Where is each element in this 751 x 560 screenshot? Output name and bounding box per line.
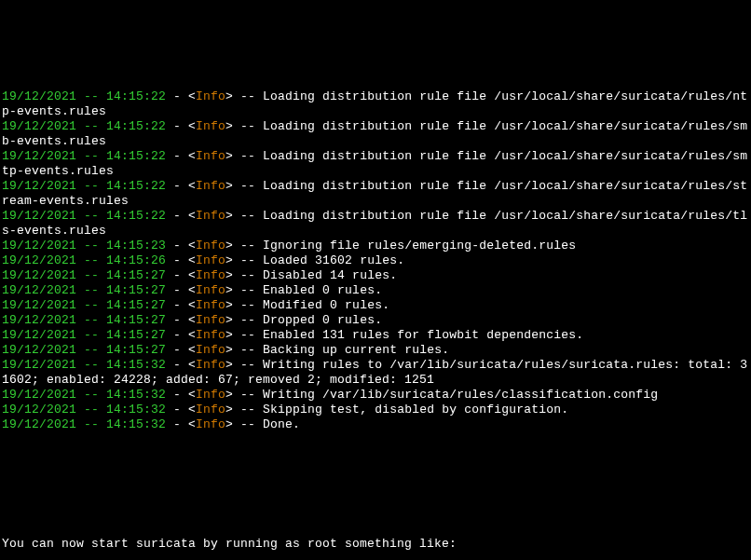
separator: -- <box>233 298 263 312</box>
log-level: Info <box>196 268 225 282</box>
log-level: Info <box>196 388 225 402</box>
separator: -- <box>233 417 263 431</box>
log-timestamp: 19/12/2021 -- 14:15:27 <box>2 328 166 342</box>
separator: -- <box>233 253 263 267</box>
separator: - <box>166 253 188 267</box>
angle-bracket: > <box>225 179 233 193</box>
log-timestamp: 19/12/2021 -- 14:15:32 <box>2 417 166 431</box>
angle-bracket: > <box>225 89 233 103</box>
log-message: Modified 0 rules. <box>263 298 389 312</box>
log-timestamp: 19/12/2021 -- 14:15:22 <box>2 209 166 223</box>
log-level: Info <box>196 239 225 253</box>
log-timestamp: 19/12/2021 -- 14:15:26 <box>2 253 166 267</box>
angle-bracket: > <box>225 388 233 402</box>
log-level: Info <box>196 253 225 267</box>
log-line: 19/12/2021 -- 14:15:32 - <Info> -- Writi… <box>2 358 749 388</box>
angle-bracket: < <box>188 89 196 103</box>
log-line: 19/12/2021 -- 14:15:32 - <Info> -- Skipp… <box>2 403 749 417</box>
log-level: Info <box>196 328 225 342</box>
log-timestamp: 19/12/2021 -- 14:15:27 <box>2 283 166 297</box>
separator: - <box>166 328 188 342</box>
separator: - <box>166 239 188 253</box>
log-timestamp: 19/12/2021 -- 14:15:27 <box>2 298 166 312</box>
log-line: 19/12/2021 -- 14:15:22 - <Info> -- Loadi… <box>2 149 749 179</box>
separator: -- <box>233 283 263 297</box>
angle-bracket: > <box>225 149 233 163</box>
log-line: 19/12/2021 -- 14:15:32 - <Info> -- Writi… <box>2 388 749 403</box>
log-level: Info <box>196 149 225 163</box>
angle-bracket: > <box>225 328 233 342</box>
angle-bracket: < <box>188 328 196 342</box>
angle-bracket: > <box>225 268 233 282</box>
terminal-output[interactable]: 19/12/2021 -- 14:15:22 - <Info> -- Loadi… <box>0 60 751 560</box>
log-level: Info <box>196 89 225 103</box>
angle-bracket: > <box>225 358 233 372</box>
angle-bracket: > <box>225 313 233 327</box>
log-level: Info <box>196 298 225 312</box>
separator: - <box>166 179 188 193</box>
angle-bracket: < <box>188 358 196 372</box>
angle-bracket: > <box>225 253 233 267</box>
log-level: Info <box>196 119 225 133</box>
separator: - <box>166 89 188 103</box>
separator: -- <box>233 119 263 133</box>
separator: - <box>166 403 188 417</box>
angle-bracket: < <box>188 298 196 312</box>
angle-bracket: < <box>188 179 196 193</box>
log-level: Info <box>196 179 225 193</box>
log-timestamp: 19/12/2021 -- 14:15:27 <box>2 268 166 282</box>
log-timestamp: 19/12/2021 -- 14:15:22 <box>2 119 166 133</box>
log-line: 19/12/2021 -- 14:15:22 - <Info> -- Loadi… <box>2 209 749 239</box>
log-line: 19/12/2021 -- 14:15:27 - <Info> -- Disab… <box>2 268 749 283</box>
angle-bracket: < <box>188 388 196 402</box>
separator: -- <box>233 179 263 193</box>
separator: -- <box>233 89 263 103</box>
log-line: 19/12/2021 -- 14:15:32 - <Info> -- Done. <box>2 417 749 432</box>
angle-bracket: > <box>225 298 233 312</box>
log-level: Info <box>196 313 225 327</box>
angle-bracket: > <box>225 283 233 297</box>
separator: -- <box>233 239 263 253</box>
log-timestamp: 19/12/2021 -- 14:15:22 <box>2 179 166 193</box>
separator: - <box>166 388 188 402</box>
separator: -- <box>233 358 263 372</box>
log-timestamp: 19/12/2021 -- 14:15:22 <box>2 149 166 163</box>
log-line: 19/12/2021 -- 14:15:22 - <Info> -- Loadi… <box>2 89 749 119</box>
angle-bracket: > <box>225 417 233 431</box>
angle-bracket: > <box>225 119 233 133</box>
log-line: 19/12/2021 -- 14:15:27 - <Info> -- Enabl… <box>2 283 749 298</box>
separator: - <box>166 119 188 133</box>
log-timestamp: 19/12/2021 -- 14:15:27 <box>2 343 166 357</box>
log-line: 19/12/2021 -- 14:15:27 - <Info> -- Modif… <box>2 298 749 313</box>
separator: -- <box>233 313 263 327</box>
angle-bracket: < <box>188 119 196 133</box>
separator: -- <box>233 343 263 357</box>
separator: - <box>166 149 188 163</box>
log-level: Info <box>196 283 225 297</box>
angle-bracket: < <box>188 343 196 357</box>
log-line: 19/12/2021 -- 14:15:23 - <Info> -- Ignor… <box>2 239 749 253</box>
separator: - <box>166 268 188 282</box>
log-line: 19/12/2021 -- 14:15:27 - <Info> -- Enabl… <box>2 328 749 343</box>
separator: - <box>166 313 188 327</box>
blank-line <box>2 477 749 492</box>
angle-bracket: > <box>225 343 233 357</box>
log-level: Info <box>196 403 225 417</box>
separator: - <box>166 358 188 372</box>
angle-bracket: < <box>188 239 196 253</box>
separator: - <box>166 343 188 357</box>
angle-bracket: > <box>225 403 233 417</box>
angle-bracket: > <box>225 239 233 253</box>
angle-bracket: < <box>188 313 196 327</box>
separator: - <box>166 283 188 297</box>
log-message: Enabled 131 rules for flowbit dependenci… <box>263 328 583 342</box>
separator: -- <box>233 209 263 223</box>
separator: -- <box>233 403 263 417</box>
separator: -- <box>233 268 263 282</box>
angle-bracket: < <box>188 209 196 223</box>
separator: -- <box>233 388 263 402</box>
separator: - <box>166 209 188 223</box>
info-text: You can now start suricata by running as… <box>2 537 749 552</box>
separator: -- <box>233 149 263 163</box>
log-timestamp: 19/12/2021 -- 14:15:32 <box>2 403 166 417</box>
